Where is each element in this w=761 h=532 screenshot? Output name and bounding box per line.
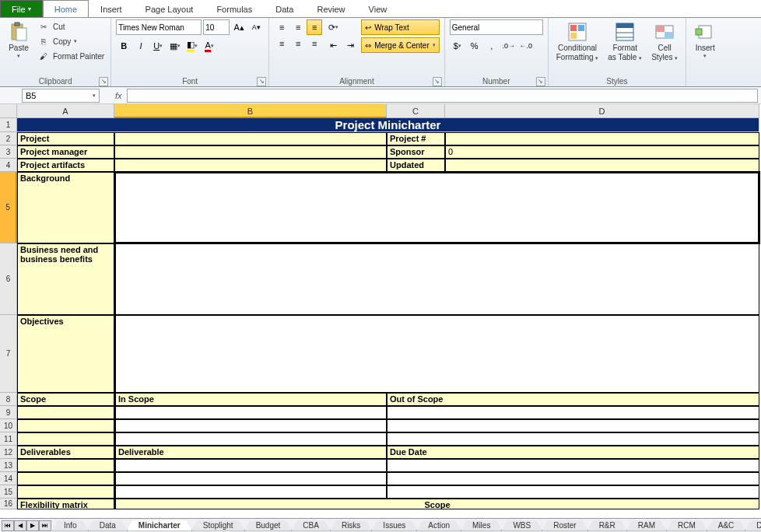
percent-button[interactable]: %	[467, 38, 482, 54]
row-header[interactable]: 9	[0, 406, 17, 419]
cell[interactable]	[114, 485, 387, 499]
row-header[interactable]: 8	[0, 393, 17, 406]
formula-bar[interactable]	[127, 89, 758, 103]
cell[interactable]: Due Date	[387, 446, 759, 459]
row-header[interactable]: 11	[0, 432, 17, 446]
cell[interactable]: Objectives	[17, 315, 114, 393]
title-cell[interactable]: Project Minicharter	[17, 118, 759, 132]
row-header[interactable]: 1	[0, 118, 17, 132]
select-all-corner[interactable]	[0, 104, 17, 118]
dialog-launcher[interactable]: ↘	[536, 77, 545, 86]
sheet-nav-last[interactable]: ⏭	[39, 520, 51, 531]
cell[interactable]	[114, 472, 387, 485]
sheet-tab[interactable]: CBA	[291, 520, 331, 531]
increase-indent[interactable]: ⇥	[342, 37, 358, 53]
align-middle[interactable]: ≡	[290, 19, 306, 35]
sheet-tab[interactable]: Action	[416, 520, 461, 531]
cell[interactable]	[114, 459, 387, 472]
merge-center-button[interactable]: ⇔Merge & Center▾	[361, 37, 440, 53]
row-header[interactable]: 15	[0, 485, 17, 499]
row-header[interactable]: 13	[0, 459, 17, 472]
sheet-tab[interactable]: Roster	[542, 520, 587, 531]
cell[interactable]	[114, 432, 387, 446]
cell[interactable]: Project manager	[17, 145, 114, 159]
wrap-text-button[interactable]: ↩Wrap Text	[361, 19, 440, 35]
cell[interactable]: Project artifacts	[17, 159, 114, 172]
font-color-button[interactable]: A▾	[202, 38, 217, 54]
orientation-button[interactable]: ⟳▾	[325, 19, 341, 35]
align-center[interactable]: ≡	[290, 36, 306, 51]
row-header[interactable]: 4	[0, 159, 17, 172]
cell[interactable]	[387, 419, 759, 432]
conditional-formatting-button[interactable]: ConditionalFormatting ▾	[553, 19, 602, 63]
cell[interactable]	[17, 419, 114, 432]
cell[interactable]	[114, 159, 387, 172]
row-header[interactable]: 7	[0, 315, 17, 393]
decrease-indent[interactable]: ⇤	[325, 37, 341, 53]
cell[interactable]: Scope	[17, 393, 114, 406]
cell[interactable]: Scope	[114, 499, 759, 509]
cell[interactable]: Sponsor	[387, 145, 445, 159]
cell[interactable]: 0	[445, 145, 759, 159]
fill-color-button[interactable]: ◧▾	[184, 38, 200, 54]
comma-button[interactable]: ,	[484, 38, 500, 54]
format-as-table-button[interactable]: Formatas Table ▾	[605, 19, 645, 63]
align-right[interactable]: ≡	[307, 36, 322, 51]
row-header[interactable]: 3	[0, 145, 17, 159]
shrink-font-button[interactable]: A▾	[248, 19, 264, 35]
cell[interactable]	[17, 472, 114, 485]
col-header-d[interactable]: D	[445, 104, 759, 118]
cell[interactable]	[114, 419, 387, 432]
dialog-launcher[interactable]: ↘	[257, 77, 266, 86]
cell[interactable]	[114, 145, 387, 159]
insert-cells-button[interactable]: Insert▾	[691, 19, 719, 61]
row-header[interactable]: 14	[0, 472, 17, 485]
cell[interactable]	[387, 432, 759, 446]
tab-data[interactable]: Data	[264, 0, 305, 17]
cell[interactable]	[17, 432, 114, 446]
tab-review[interactable]: Review	[305, 0, 356, 17]
sheet-tab-active[interactable]: Minicharter	[127, 520, 192, 531]
align-bottom[interactable]: ≡	[307, 19, 322, 35]
cell[interactable]: Out of Scope	[387, 393, 759, 406]
sheet-tab[interactable]: Risks	[330, 520, 372, 531]
copy-button[interactable]: ⎘Copy▾	[36, 34, 106, 48]
cell[interactable]	[114, 132, 387, 145]
tab-page-layout[interactable]: Page Layout	[134, 0, 205, 17]
font-size-combo[interactable]	[203, 19, 230, 35]
cell[interactable]: In Scope	[114, 393, 387, 406]
sheet-tab[interactable]: Decision	[745, 520, 761, 531]
cell[interactable]	[114, 315, 759, 393]
grow-font-button[interactable]: A▴	[231, 19, 247, 35]
align-left[interactable]: ≡	[274, 36, 289, 51]
selected-cell[interactable]	[114, 172, 759, 243]
sheet-tab[interactable]: RCM	[666, 520, 707, 531]
font-name-combo[interactable]	[116, 19, 202, 35]
dialog-launcher[interactable]: ↘	[99, 77, 108, 86]
sheet-tab[interactable]: A&C	[707, 520, 746, 531]
sheet-tab[interactable]: Stoplight	[191, 520, 245, 531]
row-header[interactable]: 12	[0, 446, 17, 459]
sheet-nav-first[interactable]: ⏮	[2, 520, 14, 531]
tab-formulas[interactable]: Formulas	[205, 0, 264, 17]
sheet-nav-next[interactable]: ▶	[26, 520, 39, 531]
col-header-a[interactable]: A	[17, 104, 114, 118]
sheet-tab[interactable]: R&R	[587, 520, 627, 531]
align-top[interactable]: ≡	[274, 19, 289, 35]
dialog-launcher[interactable]: ↘	[433, 77, 442, 86]
underline-button[interactable]: U▾	[150, 38, 166, 54]
cut-button[interactable]: ✂Cut	[36, 19, 106, 33]
row-header[interactable]: 10	[0, 419, 17, 432]
cell[interactable]: Project #	[387, 132, 445, 145]
cell[interactable]	[387, 406, 759, 419]
cell[interactable]	[17, 485, 114, 499]
tab-view[interactable]: View	[357, 0, 399, 17]
col-header-c[interactable]: C	[387, 104, 445, 118]
sheet-tab[interactable]: Budget	[244, 520, 293, 531]
cell[interactable]	[387, 472, 759, 485]
fx-icon[interactable]: fx	[115, 91, 122, 100]
cell[interactable]	[114, 243, 759, 315]
row-header[interactable]: 5	[0, 172, 17, 243]
cell[interactable]: Updated	[387, 159, 445, 172]
paste-button[interactable]: Paste▾	[5, 19, 33, 61]
